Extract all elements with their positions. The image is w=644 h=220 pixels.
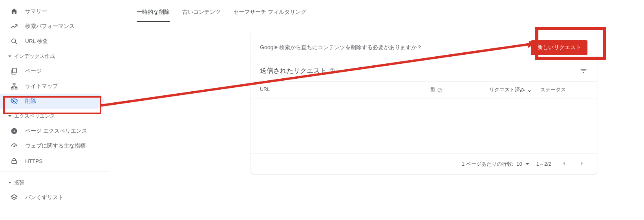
section-label: エクスペリエンス [14,113,55,120]
section-label: インデックス作成 [14,53,55,60]
main-content: 一時的な削除 古いコンテンツ セーフサーチ フィルタリング Google 検索か… [109,0,644,220]
sidebar-section-experience[interactable]: エクスペリエンス [0,109,109,124]
layers-icon [10,194,18,202]
section-label: 拡張 [14,179,24,186]
column-type[interactable]: 型 [430,87,489,93]
tab-safesearch-filtering[interactable]: セーフサーチ フィルタリング [233,5,306,22]
page-range: 1～2/2 [536,161,551,168]
sidebar-item-url-inspect[interactable]: URL 検査 [0,34,109,49]
next-page-button[interactable] [576,158,587,170]
chevron-down-icon [8,54,12,58]
requests-card: 送信されたリクエスト URL 型 リクエスト済み ステータス 1 ページあたりの… [251,59,597,174]
sidebar-item-breadcrumbs[interactable]: パンくずリスト [0,190,109,205]
sidebar-item-label: 検索パフォーマンス [25,23,75,30]
tab-label: セーフサーチ フィルタリング [233,9,306,15]
button-label: 新しいリクエスト [537,44,581,50]
svg-point-7 [14,146,15,147]
card-title: 送信されたリクエスト [260,66,327,75]
tab-outdated-content[interactable]: 古いコンテンツ [182,5,221,22]
tab-temporary-removals[interactable]: 一時的な削除 [137,5,170,22]
sidebar-item-label: サイトマップ [25,83,58,90]
card-header: 送信されたリクエスト [251,59,597,81]
table-header-row: URL 型 リクエスト済み ステータス [251,81,597,98]
tab-label: 一時的な削除 [137,9,170,15]
sidebar-item-pages[interactable]: ページ [0,64,109,79]
svg-rect-3 [13,83,15,85]
sidebar-item-performance[interactable]: 検索パフォーマンス [0,19,109,34]
card-title-row: 送信されたリクエスト [260,66,335,75]
table-body [251,98,597,153]
trend-icon [10,22,18,30]
arrow-down-icon [527,87,532,93]
svg-rect-5 [15,87,17,89]
rows-per-page[interactable]: 1 ページあたりの行数: 10 [462,161,529,168]
chevron-down-icon [8,114,12,118]
svg-rect-4 [11,87,13,89]
circle-plus-icon [10,127,18,135]
cta-text: Google 検索から直ちにコンテンツを削除する必要がありますか？ [260,44,422,51]
eye-off-icon [10,97,18,105]
tab-bar: 一時的な削除 古いコンテンツ セーフサーチ フィルタリング [109,0,644,22]
sidebar-item-sitemaps[interactable]: サイトマップ [0,79,109,94]
sidebar-item-label: ページ [25,68,42,75]
column-label: リクエスト済み [489,87,525,93]
sidebar-section-indexing[interactable]: インデックス作成 [0,49,109,64]
filter-icon[interactable] [580,67,587,75]
help-icon[interactable] [437,87,443,93]
sidebar-item-label: パンくずリスト [25,194,64,201]
speed-icon [10,142,18,150]
rows-label: 1 ページあたりの行数: [462,161,513,168]
divider [0,172,109,172]
sidebar-item-https[interactable]: HTTPS [0,153,109,168]
table-footer: 1 ページあたりの行数: 10 1～2/2 [251,153,597,174]
new-request-button[interactable]: 新しいリクエスト [531,40,587,55]
sidebar: サマリー 検索パフォーマンス URL 検査 インデックス作成 ページ サイトマッ… [0,0,109,220]
sidebar-item-label: サマリー [25,8,47,15]
prev-page-button[interactable] [558,158,569,170]
column-status[interactable]: ステータス [540,87,587,93]
sidebar-item-removals[interactable]: 削除 [0,94,104,109]
sidebar-item-label: 削除 [25,98,36,105]
sidebar-item-page-experience[interactable]: ページ エクスペリエンス [0,124,109,139]
svg-rect-2 [13,68,16,73]
search-icon [10,37,18,45]
sidebar-item-label: HTTPS [25,158,42,164]
dropdown-icon [525,163,529,165]
tab-label: 古いコンテンツ [182,9,221,15]
svg-point-0 [12,39,16,43]
column-requested[interactable]: リクエスト済み [489,87,540,93]
sidebar-item-core-web-vitals[interactable]: ウェブに関する主な指標 [0,139,109,153]
sidebar-item-summary[interactable]: サマリー [0,4,109,19]
svg-line-1 [15,43,17,44]
column-label: 型 [430,87,435,93]
rows-value: 10 [516,161,522,167]
home-icon [10,7,18,15]
help-icon[interactable] [329,68,335,74]
svg-rect-8 [12,161,16,164]
svg-point-10 [332,72,332,72]
sidebar-section-enhance[interactable]: 拡張 [0,175,109,190]
sidebar-item-label: ウェブに関する主な指標 [25,142,86,150]
sidebar-item-label: URL 検査 [25,38,48,45]
sitemap-icon [10,82,18,90]
lock-icon [10,157,18,165]
column-url[interactable]: URL [260,87,430,93]
pages-icon [10,67,18,75]
svg-point-12 [440,91,440,91]
chevron-down-icon [8,181,12,185]
sidebar-item-label: ページ エクスペリエンス [25,128,87,135]
